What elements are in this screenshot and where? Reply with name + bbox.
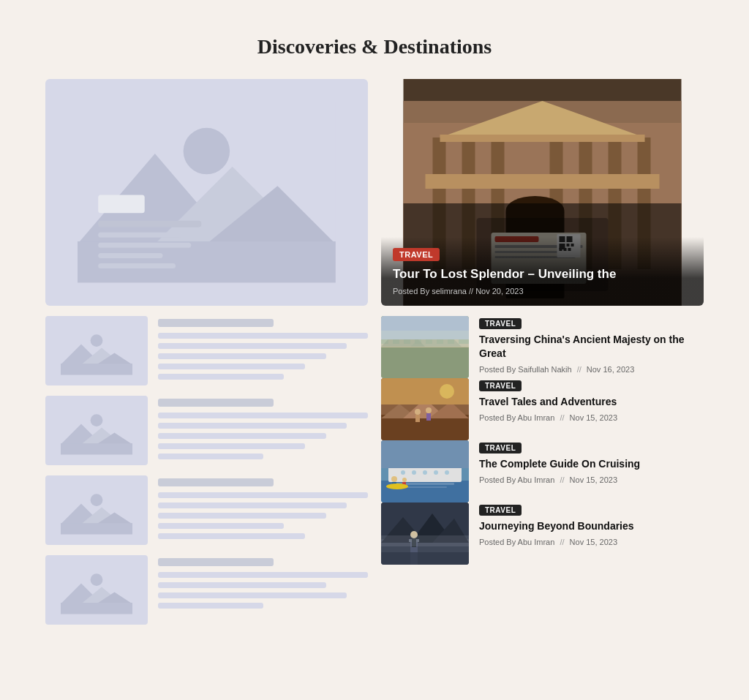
card-text bbox=[158, 396, 368, 464]
list-item[interactable] bbox=[45, 396, 368, 465]
svg-rect-82 bbox=[381, 415, 469, 440]
category-badge: Travel bbox=[479, 505, 522, 516]
list-item[interactable]: Travel Traversing China's Ancient Majest… bbox=[381, 316, 704, 378]
svg-rect-89 bbox=[426, 413, 431, 421]
card-text: Travel The Complete Guide On Cruising Po… bbox=[479, 440, 704, 486]
card-thumbnail bbox=[45, 396, 148, 465]
card-meta: Posted By Abu Imran // Nov 15, 2023 bbox=[479, 536, 704, 549]
card-thumbnail bbox=[381, 378, 469, 440]
svg-rect-6 bbox=[98, 195, 145, 214]
card-text bbox=[158, 475, 368, 543]
featured-overlay: Travel Tour To Lost Splendor – Unveiling… bbox=[381, 237, 704, 306]
svg-point-97 bbox=[401, 470, 405, 475]
posted-by-label: Posted By bbox=[479, 365, 518, 374]
svg-rect-35 bbox=[61, 603, 132, 614]
separator: // bbox=[557, 475, 566, 484]
post-date: Nov 15, 2023 bbox=[570, 413, 617, 422]
svg-rect-29 bbox=[61, 523, 132, 534]
featured-article-card[interactable]: Travel Tour To Lost Splendor – Unveiling… bbox=[381, 79, 704, 306]
card-meta: Posted By Saifullah Nakih // Nov 16, 202… bbox=[479, 364, 704, 376]
post-date: Nov 15, 2023 bbox=[570, 475, 617, 484]
category-badge: Travel bbox=[479, 318, 522, 329]
featured-meta: Posted By selimrana // Nov 20, 2023 bbox=[393, 287, 692, 296]
card-title: The Complete Guide On Cruising bbox=[479, 457, 704, 471]
posted-by-label: Posted By bbox=[393, 287, 432, 296]
card-thumbnail bbox=[381, 440, 469, 503]
card-meta: Posted By Abu Imran // Nov 15, 2023 bbox=[479, 412, 704, 424]
card-text bbox=[158, 316, 368, 384]
card-meta: Posted By Abu Imran // Nov 15, 2023 bbox=[479, 474, 704, 486]
svg-point-109 bbox=[386, 483, 408, 489]
svg-point-98 bbox=[412, 470, 416, 475]
svg-point-88 bbox=[426, 407, 432, 413]
skeleton-title bbox=[158, 399, 274, 407]
svg-point-1 bbox=[184, 128, 230, 175]
svg-rect-7 bbox=[98, 221, 201, 227]
list-item[interactable] bbox=[45, 316, 368, 385]
left-column bbox=[45, 79, 368, 625]
list-item[interactable]: Travel The Complete Guide On Cruising Po… bbox=[381, 440, 704, 503]
card-title: Traversing China's Ancient Majesty on th… bbox=[479, 333, 704, 361]
author-name: Saifullah Nakih bbox=[518, 365, 571, 374]
category-badge: Travel bbox=[393, 248, 440, 261]
author-name: Abu Imran bbox=[518, 413, 555, 422]
separator: // bbox=[575, 365, 584, 374]
author-name: Abu Imran bbox=[518, 475, 555, 484]
svg-rect-8 bbox=[98, 233, 182, 238]
post-date: Nov 16, 2023 bbox=[587, 365, 634, 374]
svg-point-31 bbox=[91, 573, 103, 586]
card-thumbnail bbox=[45, 555, 148, 625]
author-name: selimrana bbox=[432, 287, 467, 296]
separator: // bbox=[557, 538, 566, 546]
svg-rect-90 bbox=[381, 378, 469, 404]
main-content: Travel Tour To Lost Splendor – Unveiling… bbox=[45, 79, 704, 625]
card-thumbnail bbox=[381, 503, 469, 565]
svg-point-101 bbox=[445, 470, 449, 475]
svg-rect-120 bbox=[381, 552, 469, 565]
svg-rect-48 bbox=[426, 174, 660, 189]
card-thumbnail bbox=[45, 475, 148, 545]
featured-placeholder-image bbox=[45, 79, 368, 306]
post-date: Nov 20, 2023 bbox=[475, 287, 523, 296]
svg-point-91 bbox=[440, 384, 454, 399]
posted-by-label: Posted By bbox=[479, 475, 518, 484]
card-title: Journeying Beyond Boundaries bbox=[479, 519, 704, 533]
skeleton-title bbox=[158, 478, 274, 486]
right-cards-container: Travel Traversing China's Ancient Majest… bbox=[381, 316, 704, 565]
featured-headline: Tour To Lost Splendor – Unveiling the bbox=[393, 266, 692, 283]
card-text: Travel Travel Tales and Adventures Poste… bbox=[479, 378, 704, 424]
svg-rect-119 bbox=[381, 535, 469, 546]
author-name: Abu Imran bbox=[518, 538, 555, 546]
svg-rect-9 bbox=[98, 243, 191, 248]
post-date: Nov 15, 2023 bbox=[570, 538, 617, 546]
svg-point-107 bbox=[402, 478, 407, 482]
card-thumbnail bbox=[45, 316, 148, 385]
list-item[interactable]: Travel Journeying Beyond Boundaries Post… bbox=[381, 503, 704, 565]
svg-point-100 bbox=[434, 470, 438, 475]
card-thumbnail bbox=[381, 316, 469, 378]
posted-by-label: Posted By bbox=[479, 538, 518, 546]
category-badge: Travel bbox=[479, 380, 522, 391]
svg-point-19 bbox=[91, 414, 103, 426]
list-item[interactable] bbox=[45, 555, 368, 625]
svg-rect-87 bbox=[415, 415, 420, 422]
svg-rect-80 bbox=[381, 331, 469, 347]
svg-point-13 bbox=[91, 334, 103, 347]
card-text: Travel Journeying Beyond Boundaries Post… bbox=[479, 503, 704, 548]
card-title: Travel Tales and Adventures bbox=[479, 395, 704, 409]
page-title: Discoveries & Destinations bbox=[45, 22, 704, 79]
separator: // bbox=[467, 287, 475, 296]
list-item[interactable]: Travel Travel Tales and Adventures Poste… bbox=[381, 378, 704, 440]
svg-point-86 bbox=[415, 409, 421, 415]
list-item[interactable] bbox=[45, 475, 368, 545]
svg-rect-104 bbox=[403, 486, 447, 488]
separator: // bbox=[557, 413, 566, 422]
page-wrapper: Discoveries & Destinations bbox=[23, 15, 726, 654]
svg-rect-23 bbox=[61, 443, 132, 454]
right-column: Travel Tour To Lost Splendor – Unveiling… bbox=[381, 79, 704, 625]
svg-point-99 bbox=[423, 470, 427, 475]
card-text bbox=[158, 555, 368, 613]
svg-point-105 bbox=[391, 476, 397, 482]
svg-rect-68 bbox=[381, 345, 469, 378]
category-badge: Travel bbox=[479, 443, 522, 454]
